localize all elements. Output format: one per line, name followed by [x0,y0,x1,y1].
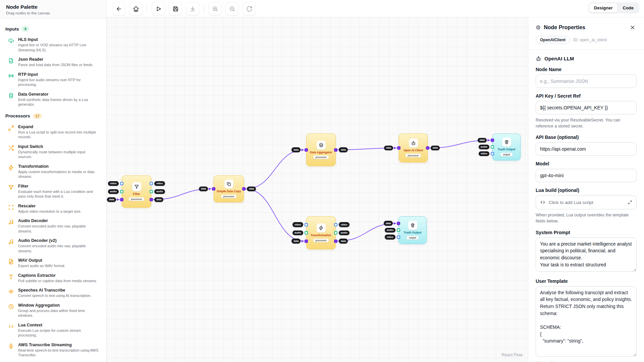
funnel-icon [8,185,14,191]
palette-item-desc: Ingest live or VOD streams via HTTP Live… [18,43,100,52]
node-trash-output[interactable]: Trash Output output [398,216,427,244]
download-icon [190,6,196,12]
funnel-icon [134,184,139,189]
video-handle[interactable] [150,182,153,185]
palette-title: Node Palette [6,4,100,10]
api-base-input[interactable] [536,142,637,156]
palette-item-input-switch[interactable]: Input Switch Dynamically route between m… [5,142,101,162]
data-handle[interactable] [150,198,153,201]
data-handle[interactable] [334,148,337,152]
code-tab[interactable]: Code [618,3,639,12]
palette-item-audio-decoder[interactable]: Audio Decoder Convert encoded audio into… [5,216,101,236]
gear-icon: ⚙ [536,25,541,31]
user-template-label: User Template [536,278,637,284]
data-handle[interactable] [305,148,308,152]
data-handle[interactable] [491,139,494,142]
node-data-aggregator[interactable]: Data Aggregator processor [306,134,336,166]
refresh-button[interactable] [243,2,256,15]
node-simple-data-copy[interactable]: Simple Data Copy processor [214,175,244,202]
captions-icon [8,274,14,280]
data-handle[interactable] [242,187,246,191]
video-handle[interactable] [491,152,494,155]
palette-item-data-generator[interactable]: Data Generator Emit synthetic data frame… [5,90,101,109]
palette-item-desc: Pull subtitle or caption data from media… [18,278,97,283]
palette-item-filter[interactable]: Filter Evaluate each frame with a Lua co… [5,182,101,201]
palette-item-desc: Parse and load data from JSON files or f… [18,62,93,67]
palette-section-inputs: Inputs 4 [5,26,101,32]
api-key-input[interactable] [536,101,637,114]
refresh-icon [246,6,253,12]
save-button[interactable] [169,2,182,15]
video-port-label: video [292,222,303,227]
data-handle[interactable] [120,198,123,201]
edges-layer [107,17,528,362]
data-handle[interactable] [212,187,215,191]
copy-icon [226,182,231,187]
palette-item-desc: Dynamically route between multiple input… [18,150,100,159]
palette-section-processors: Processors 17 [5,113,101,119]
palette-item-transformation[interactable]: Transformation Apply custom transformati… [5,162,101,182]
flow-canvas[interactable]: React Flow Filter processor Simple Data … [107,17,528,362]
home-button[interactable] [129,2,143,15]
data-handle[interactable] [397,146,400,150]
palette-item-captions-extractor[interactable]: Captions Extractor Pull subtitle or capt… [5,271,101,286]
data-handle[interactable] [305,240,308,243]
close-panel-button[interactable] [629,23,637,32]
node-trash-output[interactable]: Trash Output output [492,134,521,160]
designer-tab[interactable]: Designer [589,3,618,12]
palette-item-json-reader[interactable]: Json Reader Parse and load data from JSO… [5,55,101,70]
user-template-help: {{json}} is replaced with the current fr… [536,361,637,362]
model-input[interactable] [536,169,637,182]
video-handle[interactable] [305,223,308,226]
arrow-left-icon [116,6,122,12]
data-port-label: data [107,197,116,202]
add-lua-script-button[interactable]: Click to add Lua script [536,195,637,209]
palette-item-expand[interactable]: Expand Run a Lua script to split one rec… [5,122,101,142]
data-handle[interactable] [397,222,400,225]
audio-handle[interactable] [120,190,123,193]
node-transformation[interactable]: Transformation processor [306,216,336,249]
zoom-in-button[interactable] [208,2,222,15]
microphone-icon [8,343,14,349]
palette-item-aws-transcribe-streaming[interactable]: AWS Transcribe Streaming Real-time speec… [5,340,101,360]
data-handle[interactable] [426,146,429,150]
audio-handle[interactable] [334,231,337,235]
back-button[interactable] [112,2,125,15]
node-name-input[interactable] [536,74,637,88]
video-handle[interactable] [397,236,400,239]
user-template-textarea[interactable]: Analyse the following transcript and ext… [536,286,637,357]
audio-handle[interactable] [305,231,308,235]
palette-item-window-aggregation[interactable]: Window Aggregation Group and process dat… [5,301,101,320]
save-icon [172,6,179,12]
video-handle[interactable] [120,182,123,185]
palette-item-rtp-input[interactable]: RTP Input Ingest live audio streams over… [5,70,101,90]
data-handle[interactable] [334,240,337,243]
music-note-icon [8,219,14,225]
audio-handle[interactable] [150,190,153,193]
audio-handle[interactable] [491,145,494,149]
system-prompt-textarea[interactable]: You are a precise market intelligence an… [536,238,637,272]
video-port-label: video [385,235,395,240]
cloud-download-icon [8,38,14,44]
palette-item-audio-decoder-v2[interactable]: Audio Decoder (v2) Convert encoded audio… [5,236,101,256]
palette-item-rescaler[interactable]: Rescaler Adjust video resolution to a ta… [5,201,101,216]
trash-icon [410,223,415,228]
palette-item-wav-output[interactable]: WAV Output Export audio as WAV format. [5,256,101,271]
play-icon [155,6,162,12]
data-port-label: data [154,197,163,202]
zoom-out-button[interactable] [225,2,239,15]
api-key-label: API Key / Secret Ref [536,93,637,99]
video-handle[interactable] [334,223,337,226]
run-button[interactable] [152,2,165,15]
audio-port-label: audio [385,228,395,233]
data-port-label: data [384,146,393,151]
palette-item-speeches-ai-transcribe[interactable]: Speeches AI Transcribe Convert speech to… [5,286,101,301]
download-button[interactable] [186,2,199,15]
node-open-ai-client[interactable]: Open AI Client processor [399,134,428,162]
edge-arrowhead-icon [302,240,304,243]
node-kind-badge: processor [313,239,329,242]
palette-item-lua-context[interactable]: Lua Context Execute Lua scripts for cust… [5,320,101,340]
audio-handle[interactable] [397,228,400,232]
node-filter[interactable]: Filter processor [122,175,151,208]
palette-item-hls-input[interactable]: HLS Input Ingest live or VOD streams via… [5,35,101,55]
